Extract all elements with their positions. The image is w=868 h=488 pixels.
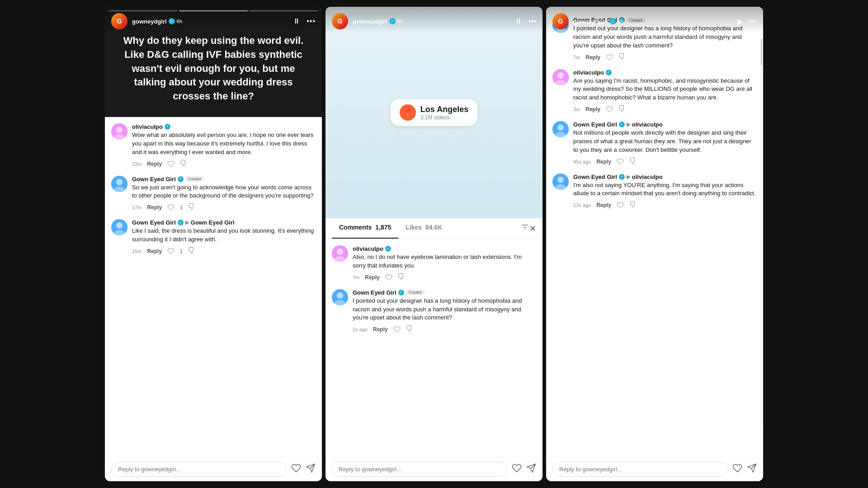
comment-text-p3-4: I'm also not saying YOU'RE anything. I'm… [573,181,757,198]
comment-actions-1: 22m Reply [132,160,316,169]
svg-point-32 [557,177,564,183]
story-controls-2: ⏸ ••• [515,17,536,25]
story-header-1: G gowneydgirl ✓ 6h ⏸ ••• [105,7,322,33]
like-button-p2-2[interactable] [393,326,401,333]
story-footer-1 [105,457,322,481]
comment-time-p3-2: 3m [573,107,580,112]
verified-sm-2: ✓ [178,176,184,182]
comment-avatar-gown-1 [111,176,127,192]
comments-section-2[interactable]: oliviaculpo ✓ Also, no I do not have eye… [326,239,542,457]
reply-input-1[interactable] [111,462,287,477]
panel3-comments[interactable]: Gown Eyed Girl ✓ Creator I pointed out y… [546,7,763,457]
comment-time-p3-4: 13s ago [573,202,591,208]
location-name: Los Angeles [420,105,468,114]
like-button-3[interactable] [167,248,175,255]
like-footer-button-1[interactable] [291,463,301,476]
tab-comments[interactable]: Comments 1,875 [332,218,398,239]
pause-button-2[interactable]: ⏸ [515,17,522,25]
verified-sm-p2-2: ✓ [398,290,404,296]
comment-item: oliviaculpo ✓ Also, no I do not have eye… [332,245,536,282]
reply-button-p3-2[interactable]: Reply [585,106,600,113]
story-header-3: G gowneydgirl ✓ 6h ▶ ••• [546,7,763,33]
send-footer-button-2[interactable] [526,463,536,476]
dislike-button-p3-4[interactable] [629,201,637,210]
comment-text-p2-2: I pointed out your designer has a long h… [353,297,536,323]
reply-button-3[interactable]: Reply [147,248,162,254]
reply-button-p3-4[interactable]: Reply [596,202,611,208]
like-button-p3-1[interactable] [606,54,613,61]
verified-sm-3: ✓ [178,220,184,225]
like-footer-button-2[interactable] [512,463,522,476]
reply-input-3[interactable] [552,462,728,477]
like-button-1[interactable] [167,160,175,168]
comment-item: oliviaculpo ✓ Wow what an absolutely evi… [111,123,316,169]
location-tag: 📍 Los Angeles 3.1M videos [391,99,477,126]
story-header-2: G gowneydgirl ✓ 6h ⏸ ••• [326,7,542,33]
dislike-button-1[interactable] [180,160,187,169]
like-footer-button-3[interactable] [732,463,742,476]
comment-item: Gown Eyed Girl ✓ ▶ Gown Eyed Girl Like I… [111,219,316,256]
comment-avatar-p2-1 [332,245,348,262]
dislike-button-p2-2[interactable] [406,325,413,334]
reply-input-2[interactable] [332,462,507,477]
send-footer-button-1[interactable] [306,463,316,476]
comment-user-p2-2: Gown Eyed Girl ✓ Creator [353,289,536,296]
like-button-p2-1[interactable] [385,274,392,281]
comment-body-p3-3: Gown Eyed Girl ✓ ▶ oliviaculpo Not milli… [573,121,757,166]
send-footer-button-3[interactable] [747,463,757,476]
more-button-1[interactable]: ••• [307,17,316,25]
creator-badge-1: Creator [185,176,204,182]
reply-button-1[interactable]: Reply [147,161,162,167]
reply-button-2[interactable]: Reply [147,204,162,211]
comment-time-p3-1: 7m [573,55,580,60]
comments-section-1[interactable]: oliviaculpo ✓ Wow what an absolutely evi… [105,117,322,457]
close-button[interactable]: ✕ [529,218,536,239]
like-button-p3-4[interactable] [617,202,624,209]
likes-count: 84.6K [425,224,442,231]
user-info-1: gowneydgirl ✓ 6h [132,18,293,25]
like-button-2[interactable] [167,204,175,211]
comment-actions-p2-1: 7m Reply [353,273,536,282]
comments-count: 1,875 [375,224,391,231]
svg-point-18 [337,292,343,299]
comment-item: Gown Eyed Girl ✓ ▶ oliviaculpo Not milli… [552,121,757,166]
comment-time-2: 17m [132,205,142,210]
comment-avatar-p2-2 [332,289,348,305]
dislike-button-p3-2[interactable] [618,105,626,114]
reply-button-p3-1[interactable]: Reply [585,54,600,61]
more-button-2[interactable]: ••• [528,17,536,25]
comment-actions-3: 15m Reply 1 [132,247,316,256]
comment-body-p2-2: Gown Eyed Girl ✓ Creator I pointed out y… [353,289,536,334]
story-time-2: 6h [397,19,403,24]
comment-item: Gown Eyed Girl ✓ Creator I pointed out y… [332,289,536,334]
more-button-3[interactable]: ••• [749,17,757,25]
dislike-button-p3-3[interactable] [629,157,637,166]
location-icon: 📍 [400,104,416,121]
comment-item: Gown Eyed Girl ✓ Creator So we just aren… [111,176,316,212]
reply-button-p3-3[interactable]: Reply [596,159,611,165]
like-button-p3-2[interactable] [606,106,613,113]
comment-body-p3-4: Gown Eyed Girl ✓ ▶ oliviaculpo I'm also … [573,174,757,210]
dislike-button-p3-1[interactable] [618,53,626,62]
avatar-1: G [111,13,127,29]
pause-button-1[interactable]: ⏸ [293,17,300,25]
like-button-p3-3[interactable] [617,158,624,165]
comment-text-p3-2: Are you saying I'm racist, homophobic, a… [573,77,757,103]
dislike-button-3[interactable] [188,247,195,256]
dislike-button-2[interactable] [188,203,195,212]
comment-item: oliviaculpo ✓ Are you saying I'm racist,… [552,69,757,114]
comment-user-p3-2: oliviaculpo ✓ [573,69,757,76]
filter-button[interactable] [520,218,529,239]
reply-button-p2-1[interactable]: Reply [365,274,380,281]
user-info-3: gowneydgirl ✓ 6h [573,18,737,25]
reply-button-p2-2[interactable]: Reply [373,326,388,333]
comment-avatar-olivia-1 [111,123,127,140]
comment-user-p3-4: Gown Eyed Girl ✓ ▶ oliviaculpo [573,174,757,180]
comment-text-2: So we just aren't going to acknowledge h… [132,183,316,201]
comment-item: Gown Eyed Girl ✓ ▶ oliviaculpo I'm also … [552,174,757,210]
play-button-3[interactable]: ▶ [737,17,743,26]
tab-likes[interactable]: Likes 84.6K [398,218,449,239]
comment-time-p3-3: 45s ago [573,159,591,164]
story-footer-3 [546,457,763,481]
dislike-button-p2-1[interactable] [398,273,405,282]
